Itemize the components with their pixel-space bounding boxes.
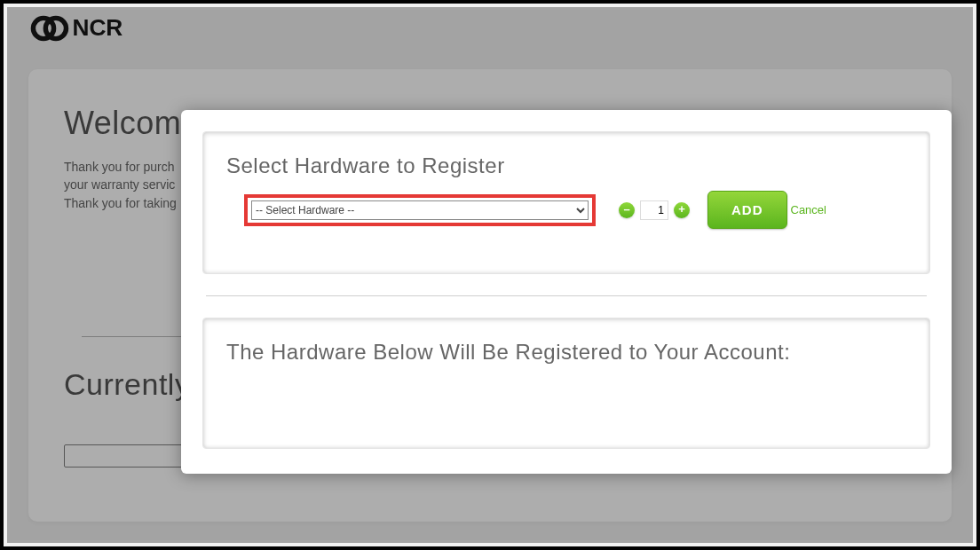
dropdown-highlight: -- Select Hardware -- <box>244 194 596 226</box>
quantity-stepper: – + <box>619 200 690 220</box>
quantity-input[interactable] <box>640 200 668 220</box>
hardware-dropdown[interactable]: -- Select Hardware -- <box>251 200 589 220</box>
decrement-button[interactable]: – <box>619 202 635 218</box>
pending-hardware-panel: The Hardware Below Will Be Registered to… <box>202 318 930 449</box>
add-button[interactable]: ADD <box>707 191 787 229</box>
pending-hardware-title: The Hardware Below Will Be Registered to… <box>226 340 906 365</box>
select-hardware-title: Select Hardware to Register <box>226 153 906 178</box>
minus-icon: – <box>623 203 629 215</box>
modal-divider <box>206 295 927 296</box>
register-hardware-modal: Select Hardware to Register -- Select Ha… <box>181 110 952 474</box>
select-hardware-panel: Select Hardware to Register -- Select Ha… <box>202 131 930 274</box>
increment-button[interactable]: + <box>674 202 690 218</box>
plus-icon: + <box>678 203 685 215</box>
select-hardware-row: -- Select Hardware -- – + ADD Cancel <box>226 191 906 229</box>
cancel-link[interactable]: Cancel <box>791 203 826 216</box>
